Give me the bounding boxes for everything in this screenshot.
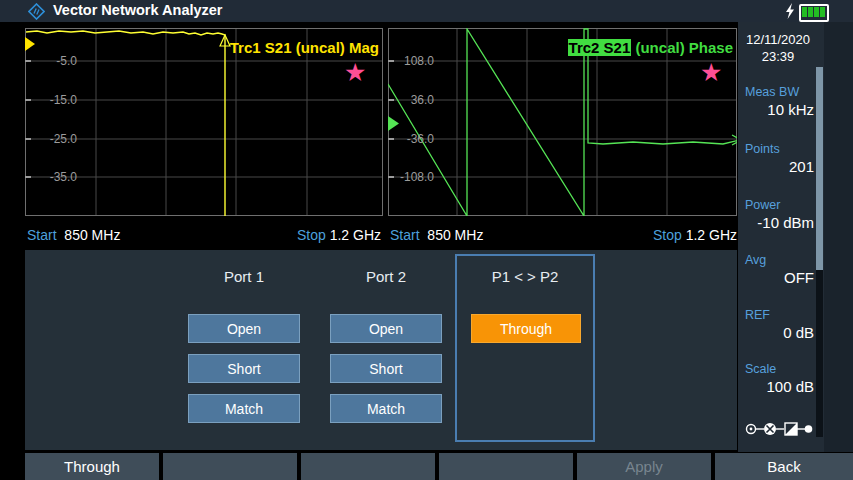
port1-match-button[interactable]: Match (188, 394, 300, 423)
chart-trc1-magnitude: -5.0 -15.0 -25.0 -35.0 Trc1 S21 (uncal) … (25, 28, 383, 216)
param-label: Scale (745, 362, 776, 376)
param-value: 0 dB (783, 324, 814, 341)
trc1-freq-row: Start 850 MHz Stop 1.2 GHz (27, 227, 381, 247)
trc2-freq-row: Start 850 MHz Stop 1.2 GHz (390, 227, 737, 247)
softkey-empty-2[interactable] (301, 453, 435, 480)
softkey-through[interactable]: Through (25, 453, 159, 480)
app-title: Vector Network Analyzer (53, 2, 223, 18)
trc2-marker-star-icon: ★ (700, 60, 722, 85)
trc2-ytick: -36.0 (388, 132, 434, 146)
trc2-ytick: 36.0 (388, 93, 434, 107)
port1-short-button[interactable]: Short (188, 354, 300, 383)
trc1-ytick: -25.0 (25, 132, 77, 146)
trc2-title-highlight: Trc2 S21 (568, 39, 632, 56)
time-value: 23:39 (738, 48, 818, 65)
trc1-ytick: -15.0 (25, 93, 77, 107)
param-value: -10 dBm (757, 214, 814, 231)
softkey-empty-1[interactable] (163, 453, 297, 480)
chart-trc2-phase: 108.0 36.0 -36.0 -108.0 Trc2 S21 (uncal)… (388, 28, 737, 216)
trc2-plot-area (388, 28, 737, 216)
trc2-title: Trc2 S21 (uncal) Phase (568, 39, 733, 56)
param-value: OFF (784, 269, 814, 286)
trc2-stop-label: Stop (653, 227, 682, 243)
parameter-sidebar: 12/11/2020 23:39 Meas BW 10 kHz Points 2… (738, 22, 853, 452)
calibration-dialog: Port 1 Port 2 P1 < > P2 Open Short Match… (25, 250, 737, 450)
trc2-ytick: -108.0 (388, 170, 434, 184)
param-label: Meas BW (745, 85, 799, 99)
two-port-measurement-diagram-icon (745, 420, 815, 438)
p1p2-selection-box (455, 254, 595, 442)
sidebar-right-strip (824, 22, 853, 452)
vna-screen: Vector Network Analyzer -5.0 (0, 0, 853, 480)
param-value: 100 dB (766, 378, 814, 395)
trc1-ytick: -5.0 (25, 54, 77, 68)
param-value: 201 (789, 158, 814, 175)
softkey-back[interactable]: Back (715, 453, 853, 480)
sidebar-scrollbar-thumb[interactable] (816, 67, 823, 270)
battery-icon (799, 4, 829, 22)
param-value: 10 kHz (767, 101, 814, 118)
port2-header: Port 2 (330, 268, 442, 286)
title-bar: Vector Network Analyzer (0, 0, 853, 22)
through-button-selected[interactable]: Through (471, 314, 581, 343)
softkey-empty-3[interactable] (439, 453, 573, 480)
rohde-schwarz-logo-icon (28, 3, 45, 20)
trc1-stop-label: Stop (297, 227, 326, 243)
port1-header: Port 1 (188, 268, 300, 286)
trc2-title-rest: (uncal) Phase (631, 39, 733, 56)
trc1-title: Trc1 S21 (uncal) Mag (230, 39, 379, 56)
trc2-ytick: 108.0 (388, 54, 434, 68)
trc1-ytick: -35.0 (25, 170, 77, 184)
param-label: Power (745, 198, 780, 212)
softkey-apply: Apply (577, 453, 711, 480)
trc2-start-label: Start (390, 227, 420, 243)
trc1-stop-value: 1.2 GHz (330, 227, 381, 243)
port2-match-button[interactable]: Match (330, 394, 442, 423)
charging-bolt-icon (785, 3, 795, 19)
port1-open-button[interactable]: Open (188, 314, 300, 343)
trc2-stop-value: 1.2 GHz (686, 227, 737, 243)
trc1-marker-star-icon: ★ (344, 60, 366, 85)
param-label: Points (745, 142, 780, 156)
datetime-display: 12/11/2020 23:39 (738, 31, 818, 65)
date-value: 12/11/2020 (738, 31, 818, 48)
trc1-plot-area (25, 28, 383, 216)
param-label: REF (745, 308, 770, 322)
trc2-start-value: 850 MHz (427, 227, 483, 243)
param-label: Avg (745, 253, 766, 267)
port2-open-button[interactable]: Open (330, 314, 442, 343)
port2-short-button[interactable]: Short (330, 354, 442, 383)
trc1-start-label: Start (27, 227, 57, 243)
trc1-start-value: 850 MHz (64, 227, 120, 243)
